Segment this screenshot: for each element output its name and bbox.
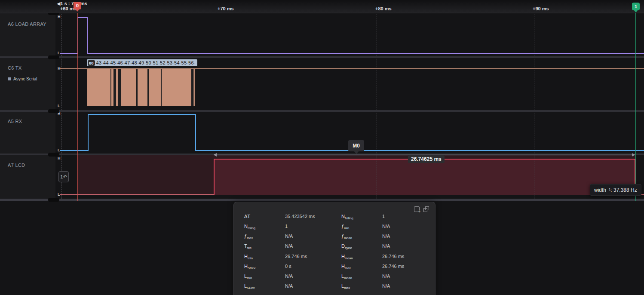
row-divider[interactable] <box>0 110 644 112</box>
row-resize-handle[interactable] <box>48 153 59 157</box>
row-divider[interactable] <box>0 199 644 201</box>
timing-marker-1-line[interactable] <box>635 11 636 201</box>
row-resize-handle[interactable] <box>48 109 59 113</box>
channel-label-a5[interactable]: A5 RX <box>8 119 22 124</box>
timing-marker-1-label: 1 <box>635 4 637 9</box>
row-resize-handle[interactable] <box>48 55 59 59</box>
stat-label: N <box>244 224 248 229</box>
timing-marker-1-pin[interactable]: 1 <box>632 3 640 10</box>
gridline-70ms <box>219 9 219 199</box>
stat-value: 26.746 ms <box>285 254 307 259</box>
stat-value: N/A <box>382 234 390 239</box>
stat-value: 1 <box>285 224 288 229</box>
gridline-60ms <box>61 9 62 199</box>
stat-label: N <box>341 214 345 219</box>
stat-value: 35.423542 ms <box>285 214 315 219</box>
stat-label: H <box>341 254 345 259</box>
level-label-low: L <box>58 192 60 197</box>
serial-first-byte-badge: 80 <box>88 60 95 66</box>
level-label-high: H <box>58 66 61 71</box>
stat-value: 1 <box>382 214 385 219</box>
stat-value: N/A <box>285 234 293 239</box>
channel-sidebar <box>0 13 55 201</box>
stat-label: D <box>341 243 345 249</box>
copy-icon[interactable] <box>423 206 429 212</box>
tick-label-70ms: +70 ms <box>218 6 234 11</box>
stat-value: N/A <box>285 243 293 249</box>
stat-value: 26.746 ms <box>382 264 404 269</box>
jump-to-edge-icon: 1↶ <box>60 174 67 180</box>
pulse-width-label[interactable]: 26.74625 ms <box>408 155 445 163</box>
serial-burst-block[interactable] <box>87 69 195 106</box>
level-label-high: H <box>58 15 61 19</box>
level-label-high: H <box>58 156 61 160</box>
measure-arrow-left <box>214 153 217 157</box>
jump-to-edge-button[interactable]: 1↶ <box>58 171 69 182</box>
stat-value: 0 s <box>285 264 291 269</box>
stat-value: N/A <box>382 224 390 229</box>
logic-analyzer-app: ◀1 s : 700 ms +60 ms +70 ms +80 ms +90 m… <box>0 0 644 295</box>
measure-arrow-right <box>632 153 635 157</box>
analyzer-row[interactable]: Async Serial <box>8 77 37 81</box>
timeline-ruler[interactable]: ◀1 s : 700 ms +60 ms +70 ms +80 ms +90 m… <box>0 0 644 13</box>
stat-label: T <box>244 243 247 249</box>
serial-decode-bubble[interactable]: 80 43·44·45·46·47·48·49·50·51·52·53·54·5… <box>87 59 197 66</box>
stat-value: N/A <box>285 273 293 279</box>
width-frequency-tooltip: width⁻¹: 37.388 Hz <box>590 184 641 196</box>
stat-label: H <box>341 264 345 269</box>
level-label-low: L <box>58 104 60 108</box>
stat-value: N/A <box>382 243 390 249</box>
timing-marker-0-pin[interactable]: 0 <box>74 2 81 9</box>
high-pulse-fill <box>214 159 635 195</box>
level-label-low: L <box>58 51 60 55</box>
timing-marker-0-label: 0 <box>76 3 79 8</box>
level-label-low: L <box>58 148 60 152</box>
stat-label: ΔT <box>244 214 250 219</box>
analyzer-color-icon <box>8 77 11 80</box>
row-divider[interactable] <box>0 56 644 58</box>
stat-value: N/A <box>382 283 390 289</box>
serial-decoded-values: 43·44·45·46·47·48·49·50·51·52·53·54·55·5… <box>96 60 196 65</box>
add-to-dashboard-icon[interactable] <box>414 206 420 212</box>
stat-value: N/A <box>285 283 293 289</box>
analyzer-label: Async Serial <box>13 77 37 81</box>
stat-label: H <box>244 264 248 269</box>
stat-value: 26.746 ms <box>382 254 404 259</box>
measurement-details-panel[interactable]: ΔT 35.423542 ms Nfalling 1 Nrising 1 ƒmi… <box>233 202 435 295</box>
channel-label-a7[interactable]: A7 LCD <box>8 163 25 168</box>
gridline-80ms <box>377 9 377 199</box>
channel-label-a6[interactable]: A6 LOAD ARRAY <box>8 22 46 27</box>
tick-label-90ms: +90 ms <box>533 6 549 11</box>
tick-label-80ms: +80 ms <box>375 6 392 11</box>
row-resize-handle[interactable] <box>48 198 59 202</box>
channel-label-c6[interactable]: C6 TX <box>8 65 21 71</box>
timing-marker-0-line[interactable] <box>77 11 78 201</box>
stat-value: N/A <box>382 273 390 279</box>
stat-label: H <box>244 254 248 259</box>
gridline-90ms <box>534 9 534 199</box>
measurement-marker-m0[interactable]: M0 <box>348 140 364 151</box>
